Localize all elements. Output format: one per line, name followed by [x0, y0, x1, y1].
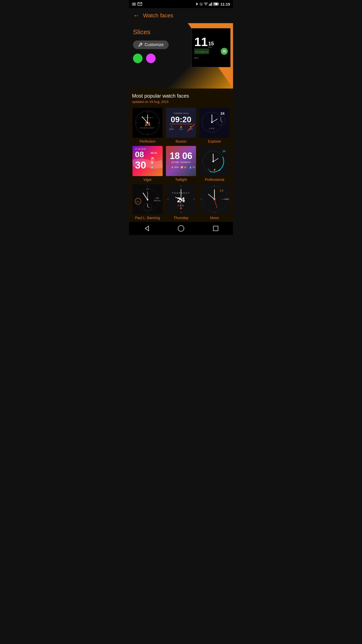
svg-point-1 [133, 4, 134, 5]
watch-label-mono: Mono [210, 216, 219, 220]
hero-section: 11 15 95% OCTOBER 01 55°F 38 Slices Cust… [129, 23, 233, 89]
svg-text:MON 24: MON 24 [154, 200, 160, 202]
svg-text:☁: ☁ [218, 169, 220, 171]
customize-button[interactable]: Customize [133, 41, 169, 49]
svg-point-46 [211, 122, 213, 123]
svg-rect-117 [213, 226, 218, 231]
watch-thumb-explorer: 24 LDN [199, 108, 230, 138]
watch-label-explorer: Explorer [208, 139, 221, 143]
svg-point-72 [212, 161, 214, 162]
back-nav-button[interactable] [143, 225, 150, 232]
svg-text:18 06: 18 06 [170, 151, 192, 161]
preview-date: OCTOBER 01 [195, 51, 208, 53]
svg-text:LDN: LDN [209, 127, 215, 130]
preview-hour: 11 [194, 36, 208, 48]
vigor-face: 08 MON ☁ 30 😊 💧 47 48 49 50 32C [132, 146, 163, 176]
svg-point-6 [205, 5, 206, 6]
svg-text:24: 24 [223, 150, 226, 153]
watch-item-paulbanning[interactable]: 12 99+ FEB MON 24 [132, 184, 163, 220]
battery-icon: 93 [213, 3, 219, 6]
watch-item-perfection[interactable]: MONDAY 24 FEBRUARY Perfection [132, 108, 163, 143]
mail-icon [138, 2, 142, 6]
thursday-face: THURSDAY 24 FEB [166, 184, 196, 214]
preview-temp: 55°F [194, 57, 199, 59]
svg-text:08: 08 [135, 150, 144, 159]
watch-preview: 11 15 95% OCTOBER 01 55°F 38 [192, 28, 231, 67]
svg-marker-115 [145, 226, 149, 231]
watch-label-thursday: Thursday [174, 216, 188, 220]
paulbanning-face: 12 99+ FEB MON 24 [132, 184, 163, 214]
twilight-face: 18 06 28 FEB · MONDAY. ⚡ 90% 😊 10 💧 70 [166, 146, 196, 176]
status-bar-left-icons [132, 2, 142, 6]
svg-point-87 [147, 199, 148, 200]
back-button[interactable]: ← [133, 12, 140, 20]
svg-point-114 [214, 199, 215, 200]
popular-title: Most popular watch faces [132, 93, 230, 99]
signal-icon [209, 2, 212, 6]
status-bar-right-icons: 93 11:15 [195, 2, 230, 6]
svg-text:FEBRUARY: FEBRUARY [140, 127, 155, 129]
preview-badge: 38 [221, 48, 228, 55]
home-nav-icon [177, 225, 185, 232]
svg-text:😊 10: 😊 10 [180, 166, 187, 169]
watch-grid: MONDAY 24 FEBRUARY Perfection [132, 108, 230, 220]
svg-rect-10 [211, 2, 212, 6]
svg-text:0 8: 0 8 [220, 189, 223, 192]
svg-text:MON: MON [151, 151, 157, 154]
svg-text:MON: MON [224, 198, 229, 200]
watch-thumb-mono: 0 8 MON [199, 184, 230, 214]
alarm-icon [199, 2, 203, 6]
svg-rect-9 [211, 3, 211, 6]
svg-text:93: 93 [214, 3, 216, 5]
popular-subtitle: updated on 19 Aug, 2015 [132, 100, 230, 104]
svg-point-26 [147, 122, 148, 124]
explorer-face: 24 LDN [199, 108, 230, 138]
back-nav-icon [143, 225, 150, 232]
watch-item-mono[interactable]: 0 8 MON Mono [199, 184, 230, 220]
page-title: Watch faces [143, 12, 173, 19]
status-bar: 93 11:15 [129, 0, 233, 8]
watch-item-thursday[interactable]: THURSDAY 24 FEB Thursday [165, 184, 196, 220]
color-green-circle[interactable] [133, 54, 143, 63]
watch-label-vigor: Vigor [143, 178, 151, 182]
watch-thumb-paulbanning: 12 99+ FEB MON 24 [132, 184, 163, 214]
watch-item-illusion[interactable]: TUESDAY 04-01 09:20 🚶 9403 🔥 330 ⚡ 90% I… [165, 108, 196, 143]
svg-text:330: 330 [179, 128, 183, 130]
watch-thumb-illusion: TUESDAY 04-01 09:20 🚶 9403 🔥 330 ⚡ 90% [166, 108, 196, 138]
svg-text:9403: 9403 [169, 128, 174, 130]
svg-text:99+: 99+ [137, 201, 140, 203]
watch-item-professional[interactable]: 24 📞 ⚡ ☁ Professional [199, 146, 230, 182]
home-nav-button[interactable] [177, 225, 185, 232]
recent-nav-icon [212, 225, 219, 232]
preview-battery: 95% [208, 46, 214, 48]
recent-nav-button[interactable] [212, 225, 219, 232]
watch-item-vigor[interactable]: 08 MON ☁ 30 😊 💧 47 48 49 50 32C [132, 146, 163, 182]
popular-section: Most popular watch faces updated on 19 A… [129, 89, 233, 222]
bottom-nav [129, 222, 233, 235]
svg-text:💧 70: 💧 70 [189, 166, 195, 169]
watch-label-paulbanning: Paul L. Banning [135, 216, 160, 220]
preview-min: 15 [208, 41, 214, 46]
watch-thumb-thursday: THURSDAY 24 FEB [166, 184, 196, 214]
svg-text:🔥: 🔥 [180, 126, 182, 128]
professional-face: 24 📞 ⚡ ☁ [199, 146, 230, 176]
svg-rect-7 [209, 4, 209, 6]
mono-face: 0 8 MON [199, 184, 230, 214]
svg-text:12: 12 [146, 188, 149, 190]
photo-icon [132, 2, 136, 6]
status-time: 11:15 [220, 2, 230, 6]
watch-item-explorer[interactable]: 24 LDN Explorer [199, 108, 230, 143]
color-magenta-circle[interactable] [146, 54, 156, 63]
svg-text:28 FEB · MONDAY.: 28 FEB · MONDAY. [171, 161, 191, 164]
svg-text:TUESDAY 04-01: TUESDAY 04-01 [173, 112, 189, 114]
svg-line-5 [201, 4, 202, 5]
watch-label-professional: Professional [205, 178, 224, 182]
svg-rect-12 [218, 4, 219, 5]
svg-text:24: 24 [221, 111, 225, 115]
watch-thumb-twilight: 18 06 28 FEB · MONDAY. ⚡ 90% 😊 10 💧 70 [166, 146, 196, 176]
watch-label-twilight: Twilight [175, 178, 187, 182]
svg-text:47 48 49 50: 47 48 49 50 [135, 148, 146, 150]
watch-label-perfection: Perfection [140, 139, 155, 143]
watch-item-twilight[interactable]: 18 06 28 FEB · MONDAY. ⚡ 90% 😊 10 💧 70 T… [165, 146, 196, 182]
svg-text:🚶: 🚶 [170, 126, 172, 128]
